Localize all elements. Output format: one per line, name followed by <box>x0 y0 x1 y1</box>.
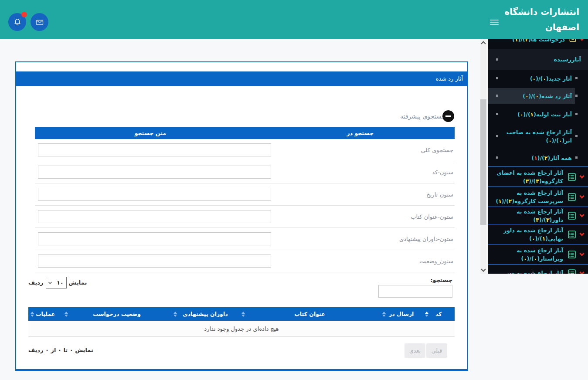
item-counts: (۱)/(۰) <box>529 235 548 242</box>
table-column-header[interactable]: عملیات <box>28 307 62 321</box>
search-form-row: ستون-عنوان کتاب <box>35 206 455 228</box>
table-column-header[interactable]: داوران پیشنهادی <box>171 307 239 321</box>
search-field-input[interactable] <box>38 143 271 156</box>
content-panel: آثار رد شده جستجوی پیشرفته جستجو در متن … <box>15 61 468 371</box>
sidebar-item[interactable]: آثار ارجاع شده به سر <box>488 264 588 274</box>
sidebar-item-label: آثار ارجاع شده به صاحب اثر(۰)/(۰) <box>503 128 572 145</box>
chevron-down-icon <box>579 270 584 274</box>
sidebar-item-selected[interactable]: آثار رد شده(۰)/(۰) <box>488 87 588 105</box>
advanced-search-title: جستجوی پیشرفته <box>400 113 445 120</box>
quick-search-label: جستجو: <box>378 277 452 283</box>
list-icon <box>567 172 577 182</box>
bullet-icon <box>496 156 498 159</box>
next-page-button[interactable]: بعدی <box>404 343 425 358</box>
chevron-down-icon <box>579 231 584 236</box>
table-column-label: ارسال در <box>389 311 414 317</box>
hamburger-icon[interactable] <box>490 18 499 26</box>
sidebar-item-label: آثار ارجاع شده به داور(۳)/(۳) <box>491 207 563 224</box>
chevron-down-icon <box>579 173 584 178</box>
sidebar-item[interactable]: آثار ارجاع شده به داور نهایی(۱)/(۰) <box>488 224 588 244</box>
sort-down-icon <box>31 315 34 317</box>
sidebar-item-parent[interactable]: آثاررسیده <box>488 49 588 70</box>
sidebar-item[interactable]: آثار جدید(۰)/(۰) <box>488 70 588 87</box>
sort-down-icon <box>65 315 68 317</box>
bullet-icon <box>496 113 498 115</box>
item-counts: (۰)/(۰) <box>523 93 541 99</box>
scroll-up-icon[interactable] <box>481 41 486 46</box>
sidebar-item[interactable]: آثار ارجاع شده به ویراستار(۰)/(۰) <box>488 244 588 264</box>
top-header: انتشارات دانشگاه اصفهان <box>0 0 588 39</box>
envelope-icon <box>568 39 577 44</box>
sidebar-item-label: آثار ارجاع شده به ویراستار(۰)/(۰) <box>491 246 563 263</box>
rows-label: ردیف <box>28 279 44 286</box>
table-column-label: کد <box>435 311 442 317</box>
item-counts: (۰)/(۰) <box>530 75 549 82</box>
bullet-icon <box>496 77 498 79</box>
chevron-down-icon <box>579 212 584 217</box>
previous-page-button[interactable]: قبلی <box>426 343 447 358</box>
pagination-info: نمایش ۰ تا ۰ از ۰ ردیف <box>28 347 93 353</box>
chevron-down-icon <box>579 251 584 256</box>
minus-circle-icon[interactable] <box>442 110 454 122</box>
advanced-search-table: جستجو در متن جستجو جستجوی کلیستون-کدستون… <box>35 127 455 272</box>
page-size-control: نمایش ۱۰ ردیف <box>28 277 87 288</box>
form-row-label: ستون-کد <box>432 169 453 176</box>
sidebar-item[interactable]: آثار ارجاع شده به سرپرست کارگروه(۲)/(۱) <box>488 187 588 207</box>
table-column-header[interactable]: وضعیت درخواست <box>62 307 171 321</box>
table-column-header[interactable]: ارسال در <box>380 307 423 321</box>
sidebar-item[interactable]: همه آثار(۲)/(۱) <box>488 149 588 166</box>
sidebar-scrollbar[interactable] <box>480 39 486 274</box>
page-size-value: ۱۰ <box>51 279 64 286</box>
search-field-input[interactable] <box>38 210 271 223</box>
list-icon <box>567 229 577 240</box>
search-field-input[interactable] <box>38 166 271 179</box>
item-counts: (۰)/(۰) <box>546 137 565 144</box>
sort-up-icon <box>173 312 177 314</box>
item-counts: (۲)/(۱) <box>496 198 514 204</box>
sidebar-item[interactable]: آثار ارجاع شده به صاحب اثر(۰)/(۰) <box>488 124 588 149</box>
search-field-input[interactable] <box>38 188 271 201</box>
table-column-header[interactable]: کد <box>423 307 455 321</box>
form-row-label: ستون-عنوان کتاب <box>411 214 453 220</box>
table-column-header[interactable]: عنوان کتاب <box>239 307 380 321</box>
quick-search-input[interactable] <box>378 285 452 298</box>
item-counts: (۱)/(۰) <box>517 111 536 118</box>
list-icon <box>567 268 577 274</box>
app-root: انتشارات دانشگاه اصفهان <box>0 0 588 380</box>
advanced-search-table-header: جستجو در متن جستجو <box>35 127 455 139</box>
sidebar-item-label: آثار رد شده(۰)/(۰) <box>503 92 572 100</box>
notifications-button[interactable] <box>8 13 26 31</box>
sidebar-item[interactable]: آثار ارجاع شده به اعضای کارگروه(۳)/(۳) <box>488 166 588 187</box>
search-field-input[interactable] <box>38 232 271 245</box>
bell-icon <box>13 17 22 27</box>
sort-down-icon <box>241 315 245 317</box>
list-icon <box>567 192 577 202</box>
bullet-icon <box>575 113 578 115</box>
search-form-row: جستجوی کلی <box>35 139 455 161</box>
app-title: انتشارات دانشگاه اصفهان <box>504 4 579 35</box>
sort-arrows-icon <box>382 312 386 317</box>
sidebar-item-label: آثار ارجاع شده به اعضای کارگروه(۳)/(۳) <box>491 169 563 185</box>
sort-up-icon <box>241 312 245 314</box>
table-column-label: عملیات <box>36 311 55 317</box>
sidebar-item[interactable]: آثار ثبت اولیه(۱)/(۰) <box>488 105 588 124</box>
bullet-icon <box>575 135 578 137</box>
messages-button[interactable] <box>31 13 48 31</box>
sidebar-item[interactable]: آثار ارجاع شده به داور(۳)/(۳) <box>488 207 588 224</box>
sidebar-item-label: درخواست ها(۲)/(۱) <box>491 39 565 44</box>
column-header-search-text: متن جستجو <box>35 130 266 136</box>
bullet-icon <box>496 58 498 61</box>
search-field-input[interactable] <box>38 254 271 268</box>
sidebar-menu: درخواست ها(۲)/(۱)آثاررسیدهآثار جدید(۰)/(… <box>488 39 588 274</box>
form-row-label: ستون-داوران پیشنهادی <box>399 236 453 242</box>
scroll-down-icon[interactable] <box>481 267 486 271</box>
item-counts: (۳)/(۳) <box>534 217 552 223</box>
table-column-label: وضعیت درخواست <box>93 311 141 317</box>
page-size-select[interactable]: ۱۰ <box>46 277 67 288</box>
scrollbar-thumb[interactable] <box>480 99 486 225</box>
results-table-header: کدارسال درعنوان کتابداوران پیشنهادیوضعیت… <box>28 307 455 321</box>
sidebar-item[interactable]: درخواست ها(۲)/(۱) <box>488 39 588 49</box>
bullet-icon <box>575 156 578 159</box>
sidebar-item-label: آثار ارجاع شده به سر <box>491 269 563 274</box>
pagination-buttons: قبلی بعدی <box>404 343 447 358</box>
